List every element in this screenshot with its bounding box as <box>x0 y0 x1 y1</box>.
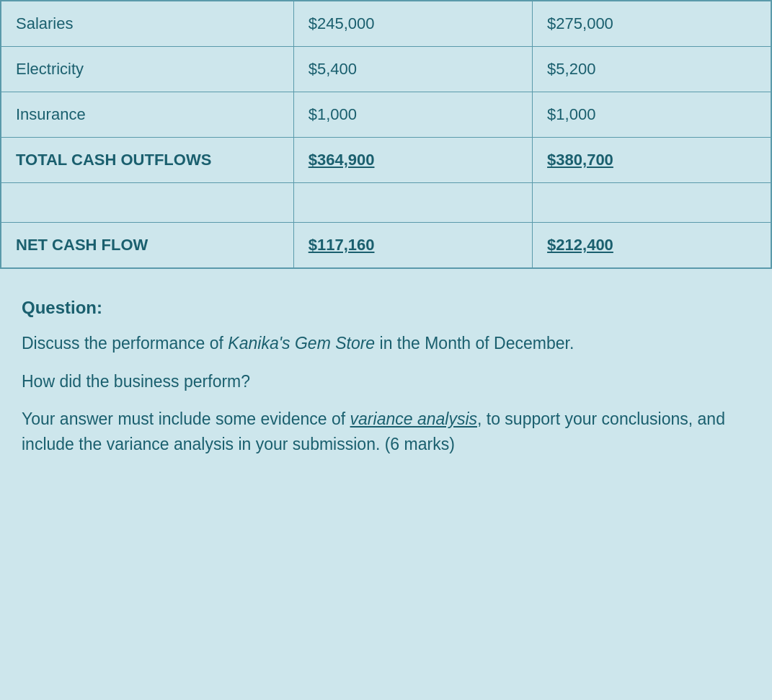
row-label-salaries: Salaries <box>1 1 293 47</box>
paragraph-3-part1: Your answer must include some evidence o… <box>22 409 350 428</box>
table-row: Electricity $5,400 $5,200 <box>1 47 771 92</box>
paragraph-1-italic: Kanika's Gem Store <box>228 334 375 353</box>
paragraph-1-part2: in the Month of December. <box>375 334 574 353</box>
content-section: Question: Discuss the performance of Kan… <box>0 269 772 491</box>
row-label-net-cash-flow: NET CASH FLOW <box>1 223 293 269</box>
table-row: Insurance $1,000 $1,000 <box>1 92 771 138</box>
table-row-empty <box>1 183 771 223</box>
table-row-total-outflows: TOTAL CASH OUTFLOWS $364,900 $380,700 <box>1 138 771 183</box>
empty-cell-1 <box>1 183 293 223</box>
row-col1-salaries: $245,000 <box>293 1 532 47</box>
row-col2-insurance: $1,000 <box>533 92 771 138</box>
empty-cell-3 <box>533 183 771 223</box>
table-row: Salaries $245,000 $275,000 <box>1 1 771 47</box>
row-col2-net-cash-flow: $212,400 <box>533 223 771 269</box>
row-col2-salaries: $275,000 <box>533 1 771 47</box>
row-col1-total-outflows: $364,900 <box>293 138 532 183</box>
row-col1-net-cash-flow: $117,160 <box>293 223 532 269</box>
paragraph-3-underline-italic: variance analysis <box>350 409 477 428</box>
row-col1-electricity: $5,400 <box>293 47 532 92</box>
table-row-net-cash-flow: NET CASH FLOW $117,160 $212,400 <box>1 223 771 269</box>
empty-cell-2 <box>293 183 532 223</box>
paragraph-3: Your answer must include some evidence o… <box>22 407 750 456</box>
paragraph-1: Discuss the performance of Kanika's Gem … <box>22 331 750 356</box>
row-col2-total-outflows: $380,700 <box>533 138 771 183</box>
cash-flow-table-container: Salaries $245,000 $275,000 Electricity $… <box>0 0 772 269</box>
cash-flow-table: Salaries $245,000 $275,000 Electricity $… <box>0 0 772 269</box>
question-label: Question: <box>22 298 750 318</box>
row-label-insurance: Insurance <box>1 92 293 138</box>
row-col2-electricity: $5,200 <box>533 47 771 92</box>
row-label-total-outflows: TOTAL CASH OUTFLOWS <box>1 138 293 183</box>
row-label-electricity: Electricity <box>1 47 293 92</box>
paragraph-1-part1: Discuss the performance of <box>22 334 228 353</box>
paragraph-2: How did the business perform? <box>22 369 750 394</box>
row-col1-insurance: $1,000 <box>293 92 532 138</box>
